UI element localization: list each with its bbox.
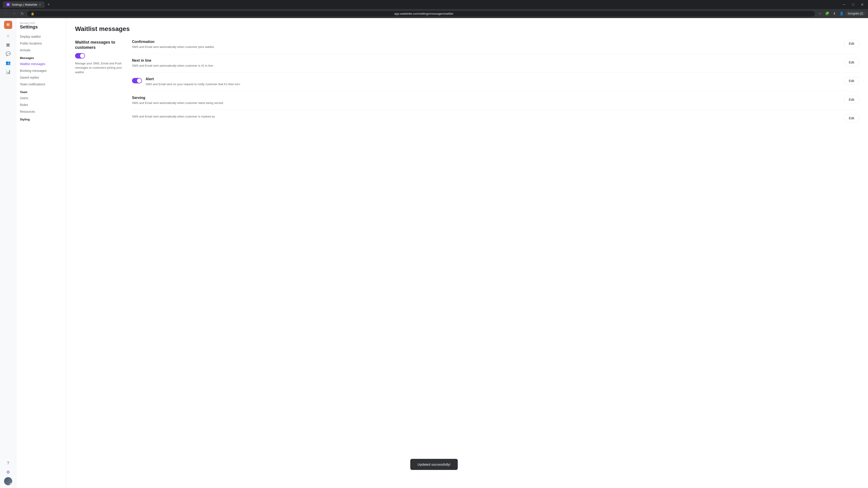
message-info-alert: Alert SMS and Email sent on your request…: [146, 77, 840, 87]
browser-titlebar: M Settings | Waitwhile × + ─ □ ✕: [0, 0, 868, 9]
message-item-next-in-line: Next in line SMS and Email sent automati…: [132, 54, 859, 73]
message-desc-confirmation: SMS and Email sent automatically when cu…: [132, 45, 840, 49]
help-icon[interactable]: ?: [4, 459, 12, 467]
chat-icon[interactable]: 💬: [4, 50, 12, 58]
tab-title: Settings | Waitwhile: [12, 3, 37, 6]
toast-notification: Updated successfully!: [410, 459, 458, 470]
browser-chrome: M Settings | Waitwhile × + ─ □ ✕ ← → ↻ 🔒…: [0, 0, 868, 18]
message-item-serving: Serving SMS and Email sent automatically…: [132, 91, 859, 110]
toggle-knob: [80, 54, 85, 58]
nav-styling-section-label: Styling: [16, 115, 66, 122]
message-info-next-in-line: Next in line SMS and Email sent automati…: [132, 59, 840, 68]
download-icon[interactable]: ⬇: [831, 10, 837, 17]
app-avatar[interactable]: M: [4, 21, 12, 29]
maximize-button[interactable]: □: [850, 1, 856, 8]
main-content: Waitlist messages Waitlist messages to c…: [66, 18, 868, 488]
address-bar[interactable]: 🔒 app.waitwhile.com/settings/messages/wa…: [27, 11, 815, 17]
edit-button-next-in-line[interactable]: Edit: [844, 59, 859, 66]
page-title: Waitlist messages: [75, 25, 859, 33]
edit-button-serving[interactable]: Edit: [844, 96, 859, 103]
sidebar-item-saved-replies[interactable]: Saved replies: [16, 74, 66, 81]
edit-button-completed[interactable]: Edit: [844, 114, 859, 122]
waitlist-messages-toggle[interactable]: [75, 53, 85, 59]
sidebar-item-booking-messages[interactable]: Booking messages: [16, 67, 66, 74]
home-icon[interactable]: ⌂: [4, 32, 12, 40]
refresh-button[interactable]: ↻: [19, 10, 25, 17]
app-layout: M ⌂ ▦ 💬 👥 📊 ? ⚙ Moodjoy7434 Settings Dis…: [0, 18, 868, 488]
settings-icon[interactable]: ⚙: [4, 468, 12, 476]
message-info-completed: SMS and Email sent automatically when cu…: [132, 114, 840, 119]
section-layout: Waitlist messages to customers Manage yo…: [75, 40, 859, 127]
tab-favicon: M: [6, 3, 10, 6]
message-name-confirmation: Confirmation: [132, 40, 840, 44]
sidebar-item-waitlist-messages[interactable]: Waitlist messages: [16, 61, 66, 67]
nav-username: Moodjoy7434: [20, 22, 62, 24]
message-desc-completed: SMS and Email sent automatically when cu…: [132, 114, 840, 119]
message-desc-serving: SMS and Email sent automatically when cu…: [132, 101, 840, 105]
message-name-next-in-line: Next in line: [132, 59, 840, 63]
message-desc-alert: SMS and Email sent on your request to no…: [146, 82, 840, 87]
forward-button[interactable]: →: [11, 10, 17, 17]
tab-close-button[interactable]: ×: [39, 3, 41, 6]
calendar-icon[interactable]: ▦: [4, 41, 12, 49]
message-name-serving: Serving: [132, 96, 840, 100]
sidebar-item-resources[interactable]: Resources: [16, 108, 66, 115]
message-item-confirmation: Confirmation SMS and Email sent automati…: [132, 40, 859, 54]
incognito-badge[interactable]: Incognito (2): [846, 11, 865, 16]
nav-header: Moodjoy7434 Settings: [16, 22, 66, 33]
nav-title: Settings: [20, 24, 62, 30]
close-window-button[interactable]: ✕: [859, 1, 865, 8]
edit-button-confirmation[interactable]: Edit: [844, 40, 859, 47]
back-button[interactable]: ←: [3, 10, 9, 17]
active-tab[interactable]: M Settings | Waitwhile ×: [3, 1, 44, 8]
profile-icon[interactable]: 👤: [838, 10, 845, 17]
section-description-text: Manage your SMS, Email and Push messages…: [75, 61, 125, 74]
new-tab-button[interactable]: +: [45, 1, 52, 8]
user-status-dot: [10, 483, 12, 485]
browser-toolbar: ← → ↻ 🔒 app.waitwhile.com/settings/messa…: [0, 9, 868, 18]
section-title: Waitlist messages to customers: [75, 40, 125, 51]
sidebar-item-users[interactable]: Users: [16, 95, 66, 101]
browser-tabs: M Settings | Waitwhile × +: [3, 1, 52, 8]
message-desc-next-in-line: SMS and Email sent automatically when cu…: [132, 64, 840, 68]
alert-toggle[interactable]: [132, 78, 142, 84]
edit-button-alert[interactable]: Edit: [844, 77, 859, 85]
nav-sidebar: Moodjoy7434 Settings Display waitlist Pu…: [16, 18, 66, 488]
nav-team-section-label: Team: [16, 88, 66, 95]
sidebar-item-public-locations[interactable]: Public locations: [16, 40, 66, 47]
analytics-icon[interactable]: 📊: [4, 68, 12, 76]
section-description: Waitlist messages to customers Manage yo…: [75, 40, 125, 74]
user-avatar[interactable]: [4, 477, 12, 485]
minimize-button[interactable]: ─: [841, 1, 847, 8]
messages-list: Confirmation SMS and Email sent automati…: [132, 40, 859, 127]
message-info-confirmation: Confirmation SMS and Email sent automati…: [132, 40, 840, 49]
message-info-serving: Serving SMS and Email sent automatically…: [132, 96, 840, 105]
message-item-alert: Alert SMS and Email sent on your request…: [132, 72, 859, 91]
sidebar-item-arrivals[interactable]: Arrivals: [16, 47, 66, 54]
toggle-area: [75, 52, 125, 59]
icon-sidebar: M ⌂ ▦ 💬 👥 📊 ? ⚙: [0, 18, 16, 488]
message-name-alert: Alert: [146, 77, 840, 81]
sidebar-item-roles[interactable]: Roles: [16, 101, 66, 108]
sidebar-bottom: ? ⚙: [4, 459, 12, 485]
alert-toggle-knob: [137, 78, 142, 83]
team-icon[interactable]: 👥: [4, 59, 12, 67]
sidebar-item-team-notifications[interactable]: Team notifications: [16, 81, 66, 88]
extensions-icon[interactable]: 🧩: [824, 10, 830, 17]
toolbar-actions: ☆ 🧩 ⬇ 👤 Incognito (2): [817, 10, 865, 17]
sidebar-item-display-waitlist[interactable]: Display waitlist: [16, 33, 66, 40]
bookmark-icon[interactable]: ☆: [817, 10, 823, 17]
message-item-completed: SMS and Email sent automatically when cu…: [132, 110, 859, 127]
nav-messages-section-label: Messages: [16, 54, 66, 61]
address-text: app.waitwhile.com/settings/messages/wait…: [36, 12, 811, 15]
